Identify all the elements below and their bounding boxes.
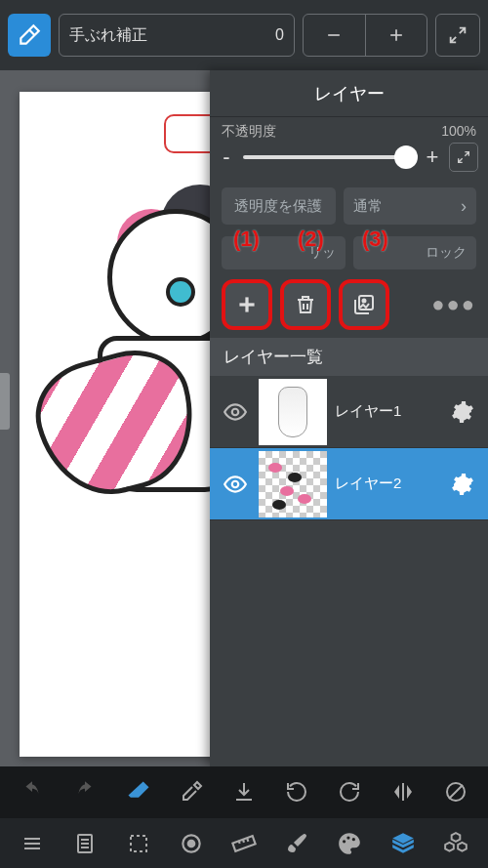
layers-panel: レイヤー 不透明度 100% - + 透明度を保護 通常 › リッ ロック (1… xyxy=(210,70,488,766)
annotation-1: (1) xyxy=(233,227,260,252)
svg-point-28 xyxy=(352,838,355,841)
annotation-3: (3) xyxy=(362,227,388,252)
svg-rect-9 xyxy=(402,783,404,801)
opacity-slider[interactable] xyxy=(243,155,416,159)
undo-button[interactable] xyxy=(12,766,53,817)
rotate-cw-button[interactable] xyxy=(329,766,370,817)
blend-mode-label: 通常 xyxy=(353,197,383,216)
eyedropper-button[interactable] xyxy=(171,766,212,817)
opacity-plus[interactable]: + xyxy=(426,145,439,170)
selection-icon xyxy=(127,832,150,855)
blend-mode-button[interactable]: 通常 › xyxy=(344,187,477,225)
svg-point-27 xyxy=(347,836,350,839)
eye-icon xyxy=(223,399,248,425)
stabilization-label: 手ぶれ補正 xyxy=(69,25,147,46)
menu-button[interactable] xyxy=(12,818,53,869)
target-icon xyxy=(179,831,204,856)
ruler-button[interactable] xyxy=(224,818,264,869)
document-icon xyxy=(73,832,97,855)
gear-icon xyxy=(451,400,474,424)
download-icon xyxy=(232,780,256,804)
stabilization-box[interactable]: 手ぶれ補正 0 xyxy=(59,14,295,57)
delete-layer-button[interactable] xyxy=(280,279,331,330)
document-button[interactable] xyxy=(64,818,105,869)
no-symbol-icon xyxy=(444,780,468,804)
opacity-slider-thumb[interactable] xyxy=(394,145,418,169)
layer-name: レイヤー2 xyxy=(335,475,443,493)
eye-icon xyxy=(223,472,248,497)
plus-button[interactable] xyxy=(366,15,427,56)
selection-button[interactable] xyxy=(118,818,159,869)
svg-point-7 xyxy=(232,408,239,415)
layers-icon xyxy=(390,831,416,856)
transform-button[interactable] xyxy=(171,818,212,869)
eraser-tool-button[interactable] xyxy=(8,14,51,57)
duplicate-layer-button[interactable] xyxy=(339,279,389,330)
opacity-value: 100% xyxy=(441,123,476,141)
bottom-toolbar-lower xyxy=(0,817,488,868)
scroll-handle[interactable] xyxy=(0,373,10,430)
rotate-ccw-icon xyxy=(285,780,308,804)
layer-row[interactable]: レイヤー1 xyxy=(210,376,488,448)
brush-button[interactable] xyxy=(276,818,317,869)
visibility-toggle[interactable] xyxy=(220,399,251,425)
chevron-right-icon: › xyxy=(461,196,467,217)
layer-settings-button[interactable] xyxy=(451,400,478,424)
disable-button[interactable] xyxy=(435,766,476,817)
flip-icon xyxy=(391,780,415,804)
flip-button[interactable] xyxy=(383,766,424,817)
lock-label-partial: ロック xyxy=(426,244,467,262)
palette-button[interactable] xyxy=(329,818,370,869)
svg-rect-22 xyxy=(232,836,255,851)
materials-button[interactable] xyxy=(435,818,476,869)
palette-icon xyxy=(337,831,362,856)
import-button[interactable] xyxy=(224,766,264,817)
layer-thumbnail xyxy=(259,451,327,517)
svg-point-21 xyxy=(188,840,195,847)
layer-actions-row: ●●● xyxy=(210,275,488,338)
svg-line-25 xyxy=(247,838,248,841)
panel-title: レイヤー xyxy=(210,70,488,117)
eraser-icon xyxy=(125,778,152,806)
layers-button[interactable] xyxy=(383,818,424,869)
rotate-cw-icon xyxy=(338,780,361,804)
preserve-alpha-label: 透明度を保護 xyxy=(234,197,322,216)
value-stepper xyxy=(303,14,427,57)
svg-point-8 xyxy=(232,480,239,487)
svg-line-24 xyxy=(243,839,244,842)
minus-button[interactable] xyxy=(304,15,366,56)
trash-icon xyxy=(294,293,317,316)
opacity-slider-row: - + xyxy=(210,143,488,182)
plus-icon xyxy=(386,25,406,45)
rotate-ccw-button[interactable] xyxy=(276,766,317,817)
opacity-row: 不透明度 100% xyxy=(210,117,488,143)
preserve-alpha-button[interactable]: 透明度を保護 xyxy=(222,187,336,225)
layer-list-header: レイヤー一覧 xyxy=(210,338,488,376)
top-toolbar: 手ぶれ補正 0 xyxy=(0,0,488,70)
current-tool-button[interactable] xyxy=(118,766,159,817)
add-layer-button[interactable] xyxy=(222,279,272,330)
layer-thumbnail xyxy=(259,379,327,445)
opacity-expand-button[interactable] xyxy=(449,143,478,172)
ruler-icon xyxy=(231,831,257,856)
brush-icon xyxy=(285,832,308,855)
svg-point-26 xyxy=(343,840,346,843)
bottom-toolbar-upper xyxy=(0,766,488,817)
undo-icon xyxy=(20,779,45,805)
minus-icon xyxy=(324,25,344,45)
more-actions-button[interactable]: ●●● xyxy=(431,292,476,317)
clip-lock-row: リッ ロック (1) (2) (3) xyxy=(210,230,488,275)
layer-settings-button[interactable] xyxy=(451,473,478,496)
redo-icon xyxy=(72,779,98,805)
visibility-toggle[interactable] xyxy=(220,472,251,497)
opacity-label: 不透明度 xyxy=(222,123,276,141)
layer-name: レイヤー1 xyxy=(335,402,443,421)
layer-row[interactable]: レイヤー2 xyxy=(210,448,488,520)
redo-button[interactable] xyxy=(64,766,105,817)
svg-line-11 xyxy=(449,785,463,799)
fullscreen-button[interactable] xyxy=(435,14,480,57)
menu-icon xyxy=(20,832,44,855)
cubes-icon xyxy=(443,831,468,856)
layer-options-row: 透明度を保護 通常 › xyxy=(210,182,488,230)
opacity-minus[interactable]: - xyxy=(220,145,233,170)
